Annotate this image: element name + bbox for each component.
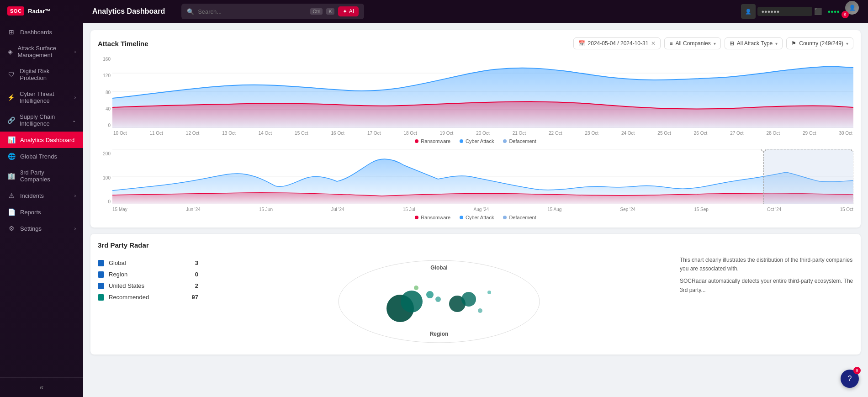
date-range-button[interactable]: 📅 2024-05-04 / 2024-10-31 ✕ bbox=[573, 37, 661, 49]
sidebar-item-3rd-party[interactable]: 🏢 3rd Party Companies bbox=[0, 164, 83, 187]
sidebar-item-reports[interactable]: 📄 Reports bbox=[0, 204, 83, 220]
x-label-14oct: 14 Oct bbox=[259, 131, 272, 136]
x-label-15may: 15 May bbox=[112, 207, 127, 212]
ctrl-key-hint: Ctrl bbox=[310, 8, 323, 15]
sidebar-item-label: Settings bbox=[20, 225, 42, 232]
x-label-sep24: Sep '24 bbox=[620, 207, 635, 212]
sidebar-item-supply-chain[interactable]: 🔗 Supply Chain Intelligence ⌄ bbox=[0, 109, 83, 132]
x-label-20oct: 20 Oct bbox=[476, 131, 489, 136]
search-bar[interactable]: 🔍 Ctrl K ✦ AI bbox=[181, 4, 364, 19]
sidebar-item-global-trends[interactable]: 🌐 Global Trends bbox=[0, 148, 83, 164]
reports-icon: 📄 bbox=[7, 208, 16, 216]
x-label-15jun: 15 Jun bbox=[259, 207, 273, 212]
x-label-17oct: 17 Oct bbox=[367, 131, 381, 136]
help-badge: 9 bbox=[853, 367, 861, 374]
attack-timeline-card: Attack Timeline 📅 2024-05-04 / 2024-10-3… bbox=[90, 30, 861, 228]
help-icon: ? bbox=[848, 375, 852, 383]
chevron-right-icon: › bbox=[74, 49, 76, 54]
sidebar-item-analytics[interactable]: 📊 Analytics Dashboard bbox=[0, 132, 83, 148]
defacement-dot bbox=[503, 139, 507, 143]
user-widget[interactable]: 👤 bbox=[741, 4, 756, 19]
detail-chart-container: 160 120 80 40 0 bbox=[98, 55, 853, 144]
svg-text:Region: Region bbox=[430, 331, 449, 337]
companies-filter-button[interactable]: ≡ All Companies ▾ bbox=[664, 37, 720, 49]
help-button[interactable]: ? 9 bbox=[841, 370, 859, 388]
x-label-21oct: 21 Oct bbox=[513, 131, 526, 136]
sidebar-item-dashboards[interactable]: ⊞ Dashboards bbox=[0, 24, 83, 40]
content-area: Attack Timeline 📅 2024-05-04 / 2024-10-3… bbox=[83, 23, 868, 397]
x-label-22oct: 22 Oct bbox=[549, 131, 562, 136]
radar-desc-para-1: This chart clearly illustrates the distr… bbox=[680, 256, 853, 273]
svg-point-21 bbox=[487, 291, 491, 294]
calendar-icon: 📅 bbox=[578, 40, 585, 47]
legend-cyber-attack: Cyber Attack bbox=[460, 138, 494, 144]
sidebar-item-incidents[interactable]: ⚠ Incidents › bbox=[0, 187, 83, 204]
digital-risk-icon: 🛡 bbox=[7, 71, 15, 78]
x-label-jul24: Jul '24 bbox=[331, 207, 344, 212]
x-label-11oct: 11 Oct bbox=[149, 131, 163, 136]
x-label-13oct: 13 Oct bbox=[222, 131, 235, 136]
sidebar-item-attack-surface[interactable]: ◈ Attack Surface Management › bbox=[0, 40, 83, 63]
x-axis-labels-detail: 10 Oct 11 Oct 12 Oct 13 Oct 14 Oct 15 Oc… bbox=[112, 131, 853, 136]
x-label-15jul: 15 Jul bbox=[403, 207, 415, 212]
country-filter-button[interactable]: ⚑ Country (249/249) ▾ bbox=[786, 37, 853, 49]
radar-bubble-chart: Global bbox=[325, 256, 553, 347]
chevron-down-icon: ▾ bbox=[714, 41, 716, 46]
global-trends-icon: 🌐 bbox=[7, 153, 16, 160]
x-label-25oct: 25 Oct bbox=[657, 131, 671, 136]
date-range-text: 2024-05-04 / 2024-10-31 bbox=[588, 40, 649, 47]
ai-button[interactable]: ✦ AI bbox=[338, 6, 359, 16]
close-icon[interactable]: ✕ bbox=[651, 40, 656, 47]
collapse-button[interactable]: « bbox=[40, 383, 44, 392]
sidebar-item-settings[interactable]: ⚙ Settings › bbox=[0, 220, 83, 237]
x-label-30oct: 30 Oct bbox=[839, 131, 852, 136]
radar-list-item-region: Region 0 bbox=[98, 271, 198, 278]
overview-chart-svg bbox=[112, 149, 853, 204]
svg-rect-8 bbox=[763, 149, 853, 204]
third-party-icon: 🏢 bbox=[7, 172, 16, 180]
analytics-icon: 📊 bbox=[7, 136, 16, 143]
sidebar-item-cyber-threat[interactable]: ⚡ Cyber Threat Intelligence › bbox=[0, 86, 83, 109]
x-label-18oct: 18 Oct bbox=[403, 131, 417, 136]
cyber-attack-dot-2 bbox=[460, 216, 463, 219]
sidebar-item-label: 3rd Party Companies bbox=[20, 169, 76, 183]
chevron-down-icon: ▾ bbox=[775, 41, 778, 46]
dashboards-icon: ⊞ bbox=[7, 28, 16, 36]
ai-icon: ✦ bbox=[343, 8, 347, 15]
y-label-40: 40 bbox=[98, 106, 111, 111]
chevron-down-icon: ⌄ bbox=[72, 118, 76, 123]
user-widget-icon: 👤 bbox=[745, 9, 752, 15]
chevron-down-icon: ▾ bbox=[846, 41, 848, 46]
detail-chart-svg-area: 10 Oct 11 Oct 12 Oct 13 Oct 14 Oct 15 Oc… bbox=[112, 55, 853, 136]
svg-point-14 bbox=[401, 291, 423, 312]
legend-cyber-attack-2: Cyber Attack bbox=[460, 215, 494, 220]
y-label-0b: 0 bbox=[98, 199, 111, 204]
status-indicators: ●●●● bbox=[827, 9, 840, 14]
x-label-jun24: Jun '24 bbox=[186, 207, 201, 212]
notification-area[interactable]: 👤 9 bbox=[845, 1, 859, 22]
radar-color-global bbox=[98, 260, 104, 266]
sidebar-item-label: Dashboards bbox=[20, 29, 52, 36]
svg-point-9 bbox=[761, 149, 766, 151]
sidebar-item-label: Incidents bbox=[20, 192, 44, 199]
radar-list-count-region: 0 bbox=[195, 271, 198, 278]
chevron-right-icon: › bbox=[74, 193, 76, 198]
attack-type-filter-button[interactable]: ⊞ All Attack Type ▾ bbox=[725, 37, 783, 49]
cyber-threat-icon: ⚡ bbox=[7, 94, 15, 101]
radar-grid: Global 3 Region 0 United States 2 bbox=[98, 256, 853, 347]
radar-list-count-us: 2 bbox=[195, 282, 198, 289]
x-label-28oct: 28 Oct bbox=[767, 131, 780, 136]
x-label-23oct: 23 Oct bbox=[585, 131, 598, 136]
x-label-15aug: 15 Aug bbox=[547, 207, 561, 212]
sidebar-item-digital-risk[interactable]: 🛡 Digital Risk Protection bbox=[0, 63, 83, 86]
legend-defacement: Defacement bbox=[503, 138, 536, 144]
svg-point-15 bbox=[426, 291, 434, 298]
logo-text: Radar™ bbox=[28, 8, 51, 15]
svg-point-19 bbox=[414, 286, 418, 290]
y-label-100: 100 bbox=[98, 175, 111, 180]
svg-text:Global: Global bbox=[430, 265, 447, 271]
y-label-200: 200 bbox=[98, 151, 111, 156]
defacement-label: Defacement bbox=[509, 138, 536, 144]
search-input[interactable] bbox=[198, 8, 307, 15]
radar-list-item-recommended: Recommended 97 bbox=[98, 294, 198, 301]
